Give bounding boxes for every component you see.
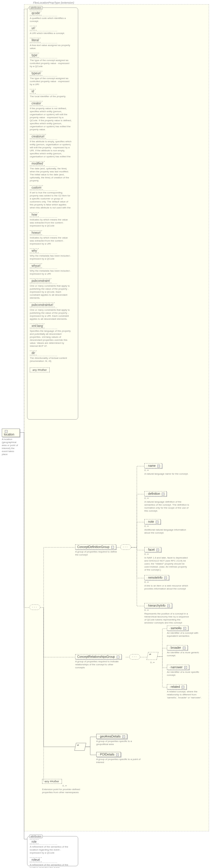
collapse-icon[interactable]: − bbox=[117, 656, 119, 658]
definition-element[interactable]: ▫ definition + bbox=[144, 491, 166, 496]
attributes-box: attributes qcode⌐ A qualified code which… bbox=[27, 7, 78, 420]
expand-icon[interactable]: + bbox=[116, 753, 119, 756]
attr-name[interactable]: why⌐ bbox=[30, 248, 39, 253]
attr-name[interactable]: how⌐ bbox=[30, 212, 39, 217]
attr-desc: If the attribute is empty, specifies whi… bbox=[30, 140, 72, 158]
location-label: location bbox=[4, 433, 14, 436]
attributes-header: attributes bbox=[29, 6, 43, 10]
attr-name[interactable]: howuri⌐ bbox=[30, 230, 42, 235]
attr-creator: creator⌐ If the property value is not de… bbox=[30, 101, 75, 131]
attr-desc: The date (and, optionally, the time) whe… bbox=[30, 167, 72, 182]
name-element[interactable]: ▫ name + bbox=[144, 463, 162, 468]
note-element[interactable]: ▫ note + bbox=[144, 519, 160, 524]
attr-typeuri: typeuri⌐ The type of the concept assigne… bbox=[30, 71, 75, 86]
attr-qcode: qcode⌐ A qualified code which identifies… bbox=[30, 11, 75, 23]
expand-icon[interactable]: + bbox=[183, 647, 185, 649]
main-sequence bbox=[29, 604, 40, 611]
attr-name[interactable]: roleuri bbox=[30, 858, 42, 862]
attr-dir: dir⌐ The directionality of textual conte… bbox=[30, 351, 75, 363]
attr-desc: If the property value is not defined, sp… bbox=[30, 107, 72, 131]
attr-whyuri: whyuri⌐ Why the metadata has been includ… bbox=[30, 264, 75, 276]
attr-name[interactable]: dir⌐ bbox=[30, 351, 37, 355]
attr-name[interactable]: id⌐ bbox=[30, 89, 36, 94]
expand-icon[interactable]: + bbox=[164, 577, 167, 579]
expand-icon[interactable]: + bbox=[157, 465, 160, 467]
attr-name[interactable]: creator⌐ bbox=[30, 101, 43, 105]
collapse-icon[interactable]: − bbox=[5, 430, 7, 433]
attr-desc: A free-text value assigned as property v… bbox=[30, 44, 72, 50]
location-desc: A location (geographical area or point o… bbox=[2, 438, 20, 456]
hierarchyInfo-element[interactable]: ▫ hierarchyInfo + bbox=[144, 603, 172, 608]
attr-desc: A URI which identifies a concept. bbox=[30, 32, 72, 35]
attr-pubconstrainturi: pubconstrainturi⌐ One or many constraint… bbox=[30, 303, 75, 320]
attr-pubconstraint: pubconstraint⌐ One or many constraints t… bbox=[30, 279, 75, 300]
attr-name[interactable]: creatoruri⌐ bbox=[30, 134, 46, 138]
attr-desc: The directionality of textual content (e… bbox=[30, 357, 72, 363]
attr-name[interactable]: whyuri⌐ bbox=[30, 264, 42, 268]
crg-sequence bbox=[129, 654, 140, 660]
attr-type: type⌐ The type of the concept assigned a… bbox=[30, 53, 75, 68]
attr-desc: Specifies the language of this property … bbox=[30, 330, 72, 348]
expand-icon[interactable]: + bbox=[183, 627, 186, 630]
cdg-child-remoteInfo: ▫ remoteInfo + 0..∞ A link to an item or… bbox=[144, 575, 189, 590]
attr-desc: The type of the concept assigned as cont… bbox=[30, 77, 72, 86]
attr-desc: The local identifier of the property. bbox=[30, 95, 72, 98]
root-element: − location A location (geographical area… bbox=[2, 429, 20, 456]
expand-icon[interactable]: + bbox=[122, 735, 125, 738]
attr-name[interactable]: xml:lang⌐ bbox=[30, 323, 44, 328]
collapse-icon[interactable]: − bbox=[111, 546, 114, 549]
expand-icon[interactable]: + bbox=[156, 549, 159, 551]
attr-name[interactable]: role bbox=[30, 839, 38, 844]
cdg-child-name: ▫ name + 0..∞ A natural language name fo… bbox=[144, 463, 188, 475]
expand-icon[interactable]: + bbox=[156, 521, 158, 523]
expand-icon[interactable]: + bbox=[182, 686, 184, 688]
remoteInfo-element[interactable]: ▫ remoteInfo + bbox=[144, 575, 169, 580]
cdg-child-hierarchyInfo: ▫ hierarchyInfo + 0..∞ Represents the po… bbox=[144, 603, 189, 624]
cdg-child-note: ▫ note + 0..∞ Additional natural languag… bbox=[144, 519, 189, 534]
attr-name[interactable]: pubconstraint⌐ bbox=[30, 279, 52, 283]
attr-desc: One or many constraints that apply to pu… bbox=[30, 284, 72, 300]
crg-desc: A group of properites required to indica… bbox=[75, 660, 120, 669]
battr-role: role A refinement of the semantics of th… bbox=[30, 839, 75, 855]
concept-relationships-group[interactable]: ConceptRelationshipsGroup − bbox=[75, 654, 121, 659]
attr-name[interactable]: qcode⌐ bbox=[30, 11, 41, 16]
attr-id: id⌐ The local identifier of the property… bbox=[30, 89, 75, 98]
cdg-sequence bbox=[120, 545, 131, 550]
attr-name[interactable]: typeuri⌐ bbox=[30, 71, 42, 75]
expand-icon[interactable]: + bbox=[162, 493, 164, 495]
attr-name[interactable]: type⌐ bbox=[30, 53, 39, 57]
attr-desc: A qualified code which identifies a conc… bbox=[30, 17, 72, 23]
expand-icon[interactable]: + bbox=[167, 604, 170, 607]
sameAs-element[interactable]: ▫ sameAs + bbox=[167, 626, 188, 631]
POIDetails-element[interactable]: ▫ POIDetails + bbox=[96, 752, 121, 757]
expand-icon[interactable]: + bbox=[184, 666, 187, 669]
attr-creatoruri: creatoruri⌐ If the attribute is empty, s… bbox=[30, 134, 75, 158]
crg-choice: ⇌ 0..∞ bbox=[147, 652, 158, 664]
attr-name[interactable]: custom⌐ bbox=[30, 185, 43, 190]
geoAreaDetails-element[interactable]: ▫ geoAreaDetails + bbox=[96, 734, 127, 739]
attr-name[interactable]: literal⌐ bbox=[30, 38, 40, 42]
choice-child-geoAreaDetails: ▫ geoAreaDetails + A group of properties… bbox=[96, 734, 141, 746]
attr-name[interactable]: pubconstrainturi⌐ bbox=[30, 303, 55, 307]
broader-element[interactable]: ▫ broader + bbox=[167, 645, 188, 650]
cdg-child-facet: ▫ facet + 0..∞ In NAR 1.8 and later, fac… bbox=[144, 547, 189, 571]
attr-literal: literal⌐ A free-text value assigned as p… bbox=[30, 38, 75, 50]
concept-definition-group[interactable]: ConceptDefinitionGroup − bbox=[75, 545, 116, 550]
crg-child-related: ▫ related + A related concept, where the… bbox=[167, 684, 206, 699]
attr-name[interactable]: modified⌐ bbox=[30, 161, 45, 166]
facet-element[interactable]: ▫ facet + bbox=[144, 547, 161, 552]
location-element[interactable]: − location bbox=[2, 429, 20, 437]
narrower-element[interactable]: ▫ narrower + bbox=[167, 665, 189, 670]
attr-desc: If set to true the corresponding propert… bbox=[30, 191, 72, 209]
attr-why: why⌐ Why the metadata has been included … bbox=[30, 248, 75, 260]
attr-uri: uri⌐ A URI which identifies a concept. bbox=[30, 26, 75, 35]
cdg-node: ConceptDefinitionGroup − A group of prop… bbox=[75, 545, 120, 556]
geo-choice: ⇌ bbox=[75, 743, 85, 751]
any-other-elem: any ##other 0..∞ Extension point for pro… bbox=[42, 779, 87, 794]
attr-how: how⌐ Indicates by which means the value … bbox=[30, 212, 75, 227]
attr-desc: One or many constraints that apply to pu… bbox=[30, 309, 72, 320]
cdg-desc: A group of properites required to define… bbox=[75, 550, 120, 556]
attr-name[interactable]: uri⌐ bbox=[30, 26, 37, 30]
cdg-child-definition: ▫ definition + 0..∞ A natural language d… bbox=[144, 491, 189, 513]
related-element[interactable]: ▫ related + bbox=[167, 684, 186, 689]
